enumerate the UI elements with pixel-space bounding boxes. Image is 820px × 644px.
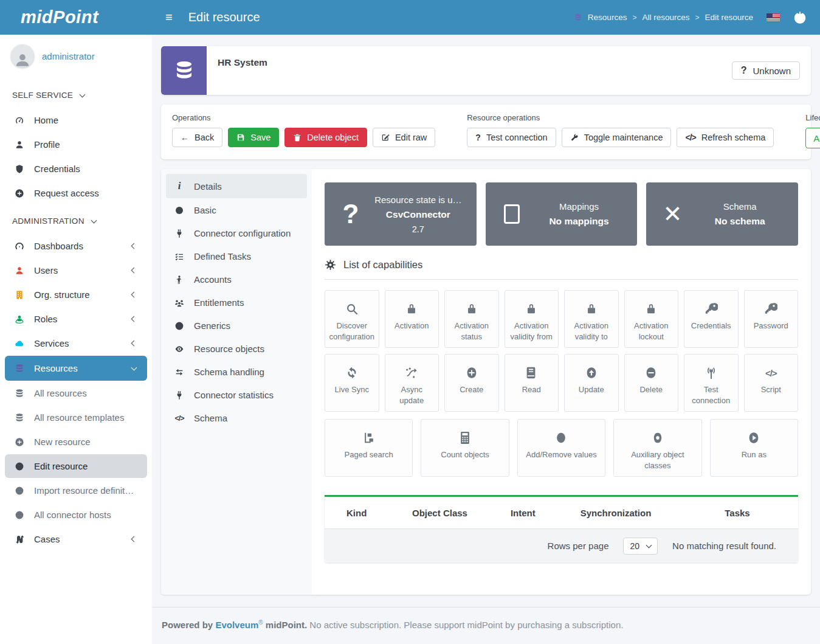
- delete-object-button[interactable]: Delete object: [284, 128, 367, 147]
- sidebar-item-roles[interactable]: Roles: [5, 307, 147, 331]
- capabilities-heading: List of capabilities: [325, 259, 798, 280]
- chevron-down-icon: [80, 91, 86, 97]
- resource-status-badge[interactable]: ? Unknown: [732, 61, 800, 80]
- capability-add-remove-values: Add/Remove values: [517, 419, 605, 477]
- operations-toolbar: Operations ← Back Save Delete object: [161, 105, 811, 159]
- user-panel: administrator: [0, 35, 152, 86]
- task-list-icon: [173, 252, 185, 261]
- sidebar-item-users[interactable]: Users: [5, 258, 147, 282]
- breadcrumb-all-resources[interactable]: All resources: [642, 13, 689, 22]
- code-icon: </>: [765, 365, 777, 381]
- locale-flag-us[interactable]: [767, 13, 780, 22]
- sidebar-item-credentials[interactable]: Credentials: [5, 157, 147, 181]
- schema-card: ✕ Schema No schema: [646, 182, 798, 246]
- sidebar-item-dashboards[interactable]: Dashboards: [5, 234, 147, 258]
- column-header-tasks[interactable]: Tasks: [677, 508, 798, 518]
- capability-activation-validity-to: Activation validity to: [564, 290, 619, 348]
- circle-outline-icon: [13, 462, 26, 471]
- dashboard-gauge-icon: [13, 241, 26, 251]
- plus-circle-icon: [13, 189, 26, 198]
- section-self-service[interactable]: SELF SERVICE: [0, 86, 152, 108]
- capability-password: Password: [744, 290, 799, 348]
- tab-schema[interactable]: </> Schema: [166, 407, 307, 429]
- column-header-object-class[interactable]: Object Class: [388, 508, 491, 518]
- tab-accounts[interactable]: Accounts: [166, 268, 307, 291]
- mappings-card: Mappings No mappings: [486, 182, 638, 246]
- sidebar-item-label: All connector hosts: [34, 510, 111, 520]
- tab-resource-objects[interactable]: Resource objects: [166, 338, 307, 360]
- capability-activation-validity-from: Activation validity from: [505, 290, 559, 348]
- capability-activation-status: Activation status: [444, 290, 499, 348]
- section-label: SELF SERVICE: [12, 91, 73, 100]
- sidebar-item-new-resource[interactable]: New resource: [5, 430, 147, 454]
- edit-raw-button[interactable]: Edit raw: [373, 128, 435, 147]
- summary-cards: ? Resource state is u… CsvConnector 2.7 …: [325, 182, 798, 246]
- sidebar-item-cases[interactable]: Cases: [5, 527, 147, 551]
- subscription-message: No active subscription. Please support m…: [309, 620, 623, 630]
- gear-icon: [325, 259, 336, 271]
- tab-defined-tasks[interactable]: Defined Tasks: [166, 245, 307, 268]
- logout-power-icon[interactable]: [793, 11, 807, 24]
- sidebar-item-label: Request access: [34, 188, 99, 198]
- chevron-down-icon: [91, 217, 97, 223]
- tab-connector-statistics[interactable]: Connector statistics: [166, 384, 307, 406]
- sidebar-item-all-resource-templates[interactable]: All resource templates: [5, 406, 147, 429]
- sidebar-item-org-structure[interactable]: Org. structure: [5, 283, 147, 306]
- sidebar-item-label: Org. structure: [34, 289, 90, 300]
- section-label: ADMINISTRATION: [12, 216, 84, 226]
- sidebar-item-label: Home: [34, 115, 58, 125]
- save-button[interactable]: Save: [228, 128, 279, 147]
- user-name-link[interactable]: administrator: [42, 51, 95, 61]
- tab-connector-configuration[interactable]: Connector configuration: [166, 222, 307, 244]
- plus-circle-icon: [465, 365, 478, 381]
- sidebar-item-services[interactable]: Services: [5, 331, 147, 355]
- tab-schema-handling[interactable]: Schema handling: [166, 361, 307, 383]
- sidebar-item-resources[interactable]: Resources: [5, 356, 147, 381]
- rows-per-page-select[interactable]: 20: [623, 538, 658, 555]
- tab-entitlements[interactable]: Entitlements: [166, 291, 307, 314]
- column-header-synchronization[interactable]: Synchronization: [555, 508, 677, 518]
- chevron-left-icon: [131, 268, 137, 274]
- test-connection-button[interactable]: ? Test connection: [467, 128, 556, 147]
- chevron-left-icon: [131, 316, 137, 322]
- cases-flow-icon: [13, 535, 26, 544]
- app-logo[interactable]: midPoint: [0, 7, 152, 27]
- evolveum-link[interactable]: Evolveum: [215, 620, 258, 630]
- avatar[interactable]: [11, 44, 34, 68]
- sidebar-item-all-resources[interactable]: All resources: [5, 381, 147, 405]
- dashboard-gauge-icon: [13, 116, 26, 125]
- column-header-intent[interactable]: Intent: [491, 508, 555, 518]
- lock-icon: [585, 301, 598, 317]
- key-icon: [764, 301, 777, 317]
- capability-activation-lockout: Activation lockout: [624, 290, 679, 348]
- lock-icon: [405, 301, 418, 317]
- lifecycle-state-select[interactable]: Active: [805, 128, 820, 148]
- sidebar-item-edit-resource[interactable]: Edit resource: [5, 454, 147, 478]
- tab-details[interactable]: i Details: [166, 174, 307, 198]
- capabilities-title: List of capabilities: [343, 259, 422, 271]
- sidebar-item-label: Cases: [34, 534, 60, 544]
- hamburger-menu-icon[interactable]: ≡: [165, 10, 173, 24]
- sidebar-item-import-resource-definition[interactable]: Import resource definit…: [5, 479, 147, 502]
- ellipse-filled-icon: [554, 430, 568, 446]
- section-administration[interactable]: ADMINISTRATION: [0, 206, 152, 234]
- sidebar-item-profile[interactable]: Profile: [5, 133, 147, 156]
- back-button[interactable]: ← Back: [172, 128, 222, 147]
- card-value: No mappings: [529, 216, 629, 227]
- resource-operations-label: Resource operations: [467, 113, 774, 122]
- page-footer: Powered by Evolveum® midPoint. No active…: [152, 607, 820, 644]
- sidebar-item-request-access[interactable]: Request access: [5, 181, 147, 205]
- status-badge-label: Unknown: [753, 66, 791, 76]
- capability-live-sync: Live Sync: [325, 354, 379, 412]
- tab-basic[interactable]: Basic: [166, 199, 307, 221]
- refresh-schema-button[interactable]: </> Refresh schema: [677, 128, 774, 147]
- sidebar-item-home[interactable]: Home: [5, 108, 147, 132]
- resource-header-card: HR System ? Unknown: [161, 46, 811, 95]
- minus-circle-icon: [644, 365, 658, 381]
- tab-generics[interactable]: Generics: [166, 314, 307, 337]
- breadcrumb-resources[interactable]: Resources: [588, 13, 627, 22]
- circle-outline-icon: [13, 486, 26, 496]
- sidebar-item-all-connector-hosts[interactable]: All connector hosts: [5, 503, 147, 527]
- toggle-maintenance-button[interactable]: Toggle maintenance: [562, 128, 672, 147]
- column-header-kind[interactable]: Kind: [325, 508, 388, 518]
